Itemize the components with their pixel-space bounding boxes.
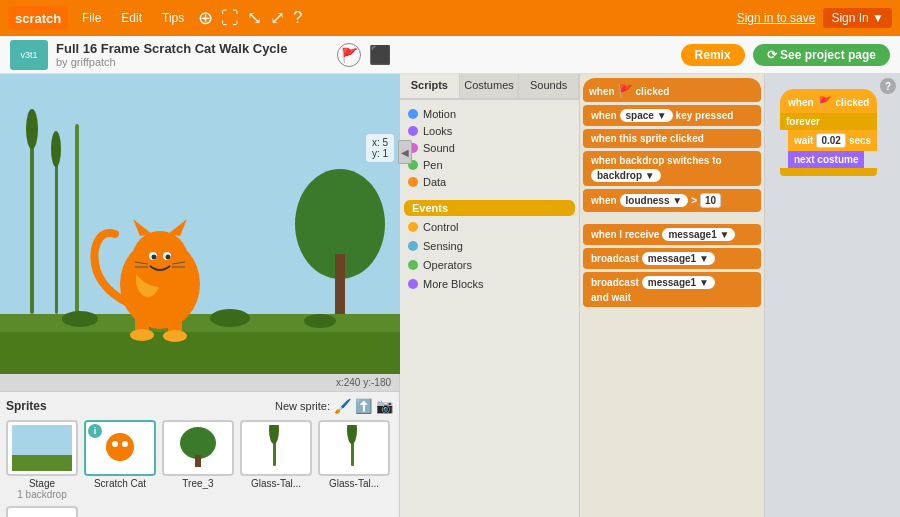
svg-point-2 <box>26 109 38 149</box>
svg-point-37 <box>122 441 128 447</box>
block-text: broadcast <box>591 277 639 288</box>
paint-icon[interactable]: 🖌️ <box>334 398 351 414</box>
forever-body: wait 0.02 secs next costume <box>788 130 877 168</box>
more-blocks-label: More Blocks <box>423 278 484 290</box>
tab-sounds[interactable]: Sounds <box>519 74 579 98</box>
tool-grow-icon[interactable]: ⤢ <box>270 7 285 29</box>
block-when-key-pressed[interactable]: when space ▼ key pressed <box>583 105 761 126</box>
svg-point-12 <box>210 309 250 327</box>
flag-icon-1: 🚩 <box>818 96 832 109</box>
broadcast-dropdown[interactable]: message1 ▼ <box>642 252 715 265</box>
see-project-button[interactable]: ⟳ See project page <box>753 44 890 66</box>
block-broadcast[interactable]: broadcast message1 ▼ <box>583 248 761 269</box>
expand-stage-button[interactable]: ◀ <box>398 140 412 164</box>
block-wait[interactable]: wait 0.02 secs <box>788 130 877 151</box>
sprite-name-stage: Stage <box>6 478 78 489</box>
receive-dropdown[interactable]: message1 ▼ <box>662 228 735 241</box>
operators-dot <box>408 260 418 270</box>
broadcast-wait-dropdown[interactable]: message1 ▼ <box>642 276 715 289</box>
menu-tips[interactable]: Tips <box>156 9 190 27</box>
green-flag-button[interactable]: 🚩 <box>337 43 361 67</box>
sprite-item-glass-tal2[interactable]: Glass-Tal... <box>318 420 390 500</box>
code-area[interactable]: ? when 🚩 clicked forever wait 0.02 secs <box>765 74 900 517</box>
block-broadcast-wait[interactable]: broadcast message1 ▼ and wait <box>583 272 761 307</box>
flag-icon: 🚩 <box>618 84 633 98</box>
looks-dot <box>408 126 418 136</box>
main-layout: x: 5 y: 1 x: 240 y: -180 Sprites New spr… <box>0 74 900 517</box>
category-sensing[interactable]: Sensing <box>404 238 575 254</box>
block-when-backdrop[interactable]: when backdrop switches to backdrop ▼ <box>583 151 761 186</box>
sprite-item-tree3[interactable]: Tree_3 <box>162 420 234 500</box>
sprite-name-scratch-cat: Scratch Cat <box>84 478 156 489</box>
category-events[interactable]: Events <box>404 200 575 216</box>
category-control[interactable]: Control <box>404 219 575 235</box>
upload-icon[interactable]: ⬆️ <box>355 398 372 414</box>
category-operators[interactable]: Operators <box>404 257 575 273</box>
sensing-label: Sensing <box>423 240 463 252</box>
sprite-xy-display: x: 5 y: 1 <box>366 134 394 162</box>
hat-text2: clicked <box>836 97 870 108</box>
block-text2: key pressed <box>676 110 734 121</box>
category-motion[interactable]: Motion <box>404 106 575 122</box>
menu-file[interactable]: File <box>76 9 107 27</box>
backdrop-dropdown[interactable]: backdrop ▼ <box>591 169 661 182</box>
help-button[interactable]: ? <box>880 78 896 94</box>
key-dropdown[interactable]: space ▼ <box>620 109 673 122</box>
more-blocks-dot <box>408 279 418 289</box>
svg-point-4 <box>51 131 61 167</box>
new-sprite-label: New sprite: <box>275 400 330 412</box>
menu-edit[interactable]: Edit <box>115 9 148 27</box>
block-text: broadcast <box>591 253 639 264</box>
script-group-1: when 🚩 clicked forever wait 0.02 secs ne… <box>780 89 877 176</box>
sprite-thumb-grass3 <box>6 506 78 517</box>
svg-point-41 <box>269 425 279 444</box>
stage-y: -180 <box>371 377 391 388</box>
tool-duplicate-icon[interactable]: ⊕ <box>198 7 213 29</box>
svg-point-31 <box>163 330 187 342</box>
category-looks[interactable]: Looks <box>404 123 575 139</box>
block-when-receive[interactable]: when I receive message1 ▼ <box>583 224 761 245</box>
sprite-item-glass-tal1[interactable]: Glass-Tal... <box>240 420 312 500</box>
project-thumbnail: v3t1 <box>10 40 48 70</box>
category-sound[interactable]: Sound <box>404 140 575 156</box>
help-icon[interactable]: ? <box>293 9 302 27</box>
block-when-sprite-clicked[interactable]: when this sprite clicked <box>583 129 761 148</box>
sprite-item-grass3[interactable]: grass3 <box>6 506 78 517</box>
category-more-blocks[interactable]: More Blocks <box>404 276 575 292</box>
tab-scripts[interactable]: Scripts <box>400 74 460 98</box>
camera-icon[interactable]: 📷 <box>376 398 393 414</box>
block-when-flag-clicked[interactable]: when 🚩 clicked <box>583 78 761 102</box>
sprite-info-icon[interactable]: i <box>88 424 102 438</box>
tool-fullscreen-icon[interactable]: ⛶ <box>221 8 239 29</box>
stage[interactable]: x: 5 y: 1 <box>0 74 400 374</box>
block-when-flag-hat-1[interactable]: when 🚩 clicked <box>780 89 877 113</box>
block-next-costume[interactable]: next costume <box>788 151 864 168</box>
scripts-tabs: Scripts Costumes Sounds <box>400 74 579 100</box>
tool-shrink-icon[interactable]: ⤡ <box>247 7 262 29</box>
category-data[interactable]: Data <box>404 174 575 190</box>
loudness-value[interactable]: 10 <box>700 193 721 208</box>
block-forever[interactable]: forever <box>780 113 877 130</box>
stop-button[interactable]: ⬛ <box>369 44 391 66</box>
scratch-logo[interactable]: scratch <box>8 6 68 30</box>
sprite-item-scratch-cat[interactable]: i Scratch Cat <box>84 420 156 500</box>
block-text: when <box>589 86 615 97</box>
remix-button[interactable]: Remix <box>681 44 745 66</box>
block-gt: > <box>691 195 697 206</box>
sign-in-button[interactable]: Sign In ▼ <box>823 8 892 28</box>
titlebar: v3t1 Full 16 Frame Scratch Cat Walk Cycl… <box>0 36 900 74</box>
wait-value[interactable]: 0.02 <box>816 133 845 148</box>
svg-rect-5 <box>75 124 79 314</box>
block-when-loudness[interactable]: when loudness ▼ > 10 <box>583 189 761 212</box>
svg-rect-29 <box>168 302 182 334</box>
stage-coordinates: x: 240 y: -180 <box>0 374 399 392</box>
data-label: Data <box>423 176 446 188</box>
events-label: Events <box>412 202 448 214</box>
tab-costumes[interactable]: Costumes <box>460 74 520 98</box>
sprite-item-stage[interactable]: Stage 1 backdrop <box>6 420 78 500</box>
sign-in-save-link[interactable]: Sign in to save <box>737 11 816 25</box>
loudness-dropdown[interactable]: loudness ▼ <box>620 194 689 207</box>
sensing-dot <box>408 241 418 251</box>
operators-label: Operators <box>423 259 472 271</box>
category-pen[interactable]: Pen <box>404 157 575 173</box>
